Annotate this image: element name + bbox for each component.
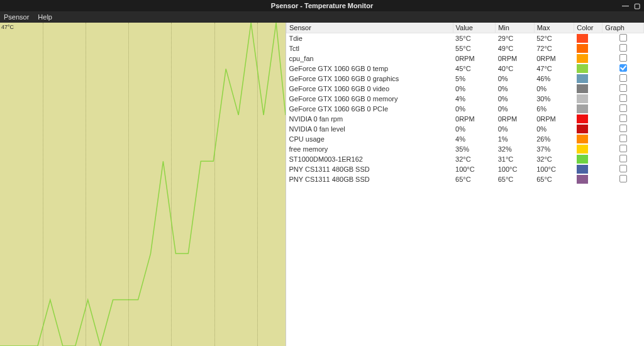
sensor-min: 29°C <box>496 33 535 44</box>
sensor-max: 100°C <box>534 164 574 174</box>
table-row[interactable]: GeForce GTX 1060 6GB 0 PCIe0%0%6% <box>287 104 644 114</box>
graph-checkbox[interactable] <box>619 135 627 142</box>
sensor-name: Tdie <box>287 33 453 44</box>
graph-checkbox[interactable] <box>619 34 627 42</box>
menu-help[interactable]: Help <box>38 13 52 21</box>
sensor-max: 47°C <box>534 64 574 74</box>
table-row[interactable]: ST1000DM003-1ER16232°C31°C32°C <box>287 154 644 164</box>
sensor-max: 26% <box>534 134 574 144</box>
graph-checkbox[interactable] <box>619 114 627 122</box>
table-row[interactable]: GeForce GTX 1060 6GB 0 temp45°C40°C47°C <box>287 64 644 74</box>
graph-checkbox[interactable] <box>619 155 627 162</box>
sensor-min: 65°C <box>496 174 535 184</box>
sensor-value: 35°C <box>453 33 496 44</box>
minimize-button[interactable]: — <box>622 2 629 9</box>
table-row[interactable]: NVIDIA 0 fan rpm0RPM0RPM0RPM <box>287 114 644 124</box>
sensor-max: 46% <box>534 74 574 84</box>
window-title: Psensor - Temperature Monitor <box>271 2 373 9</box>
color-swatch[interactable] <box>577 104 588 113</box>
graph-checkbox[interactable] <box>619 104 627 112</box>
sensor-value: 0% <box>453 104 496 114</box>
table-row[interactable]: PNY CS1311 480GB SSD65°C65°C65°C <box>287 174 644 184</box>
sensor-min: 49°C <box>496 43 535 53</box>
color-swatch[interactable] <box>577 44 588 53</box>
color-swatch[interactable] <box>577 34 588 43</box>
graph-checkbox[interactable] <box>619 84 627 92</box>
graph-checkbox[interactable] <box>619 125 627 132</box>
chart-line <box>0 23 286 346</box>
sensor-value: 0RPM <box>453 53 496 64</box>
graph-checkbox[interactable] <box>619 44 627 52</box>
sensor-name: ST1000DM003-1ER162 <box>287 154 453 164</box>
graph-checkbox[interactable] <box>619 175 627 182</box>
sensor-min: 100°C <box>496 164 535 174</box>
sensor-value: 35% <box>453 144 496 154</box>
col-header-value[interactable]: Value <box>453 23 496 33</box>
sensor-name: GeForce GTX 1060 6GB 0 graphics <box>287 74 453 84</box>
sensor-value: 100°C <box>453 164 496 174</box>
graph-checkbox[interactable] <box>619 74 627 82</box>
sensor-value: 55°C <box>453 43 496 53</box>
sensor-min: 0% <box>496 74 535 84</box>
sensor-table: Sensor Value Min Max Color Graph Tdie35°… <box>286 23 644 184</box>
color-swatch[interactable] <box>577 145 588 153</box>
color-swatch[interactable] <box>577 175 588 184</box>
color-swatch[interactable] <box>577 165 588 174</box>
sensor-name: free memory <box>287 144 453 154</box>
sensor-max: 0RPM <box>534 53 574 64</box>
graph-checkbox[interactable] <box>619 64 627 72</box>
maximize-button[interactable]: ▢ <box>634 2 640 10</box>
sensor-min: 40°C <box>496 64 535 74</box>
sensor-max: 65°C <box>534 174 574 184</box>
table-row[interactable]: free memory35%32%37% <box>287 144 644 154</box>
sensor-name: GeForce GTX 1060 6GB 0 memory <box>287 94 453 104</box>
graph-checkbox[interactable] <box>619 145 627 152</box>
graph-checkbox[interactable] <box>619 54 627 62</box>
table-row[interactable]: GeForce GTX 1060 6GB 0 video0%0%0% <box>287 84 644 94</box>
table-row[interactable]: GeForce GTX 1060 6GB 0 graphics5%0%46% <box>287 74 644 84</box>
sensor-value: 4% <box>453 94 496 104</box>
col-header-max[interactable]: Max <box>534 23 574 33</box>
color-swatch[interactable] <box>577 155 588 164</box>
color-swatch[interactable] <box>577 54 588 63</box>
menu-psensor[interactable]: Psensor <box>4 13 29 21</box>
table-row[interactable]: Tdie35°C29°C52°C <box>287 33 644 44</box>
graph-checkbox[interactable] <box>619 165 627 172</box>
sensor-max: 0RPM <box>534 114 574 124</box>
table-row[interactable]: PNY CS1311 480GB SSD100°C100°C100°C <box>287 164 644 174</box>
table-row[interactable]: cpu_fan0RPM0RPM0RPM <box>287 53 644 64</box>
table-row[interactable]: Tctl55°C49°C72°C <box>287 43 644 53</box>
sensor-value: 32°C <box>453 154 496 164</box>
sensor-value: 45°C <box>453 64 496 74</box>
sensor-max: 32°C <box>534 154 574 164</box>
col-header-sensor[interactable]: Sensor <box>287 23 453 33</box>
window-controls: — ▢ <box>622 0 640 11</box>
color-swatch[interactable] <box>577 125 588 133</box>
color-swatch[interactable] <box>577 94 588 103</box>
col-header-graph[interactable]: Graph <box>602 23 644 33</box>
sensor-max: 37% <box>534 144 574 154</box>
graph-area: 47°C <box>0 23 286 346</box>
sensor-min: 0% <box>496 84 535 94</box>
sensor-min: 0% <box>496 104 535 114</box>
color-swatch[interactable] <box>577 74 588 83</box>
color-swatch[interactable] <box>577 114 588 123</box>
color-swatch[interactable] <box>577 64 588 73</box>
col-header-min[interactable]: Min <box>496 23 535 33</box>
sensor-value: 5% <box>453 74 496 84</box>
color-swatch[interactable] <box>577 135 588 143</box>
sensor-name: Tctl <box>287 43 453 53</box>
color-swatch[interactable] <box>577 84 588 93</box>
table-row[interactable]: NVIDIA 0 fan level0%0%0% <box>287 124 644 134</box>
table-row[interactable]: CPU usage4%1%26% <box>287 134 644 144</box>
col-header-color[interactable]: Color <box>574 23 602 33</box>
sensor-min: 31°C <box>496 154 535 164</box>
sensor-value: 0RPM <box>453 114 496 124</box>
sensor-name: PNY CS1311 480GB SSD <box>287 164 453 174</box>
sensor-min: 0RPM <box>496 53 535 64</box>
sensor-value: 4% <box>453 134 496 144</box>
table-row[interactable]: GeForce GTX 1060 6GB 0 memory4%0%30% <box>287 94 644 104</box>
graph-checkbox[interactable] <box>619 94 627 102</box>
sensor-name: NVIDIA 0 fan rpm <box>287 114 453 124</box>
sensor-min: 32% <box>496 144 535 154</box>
